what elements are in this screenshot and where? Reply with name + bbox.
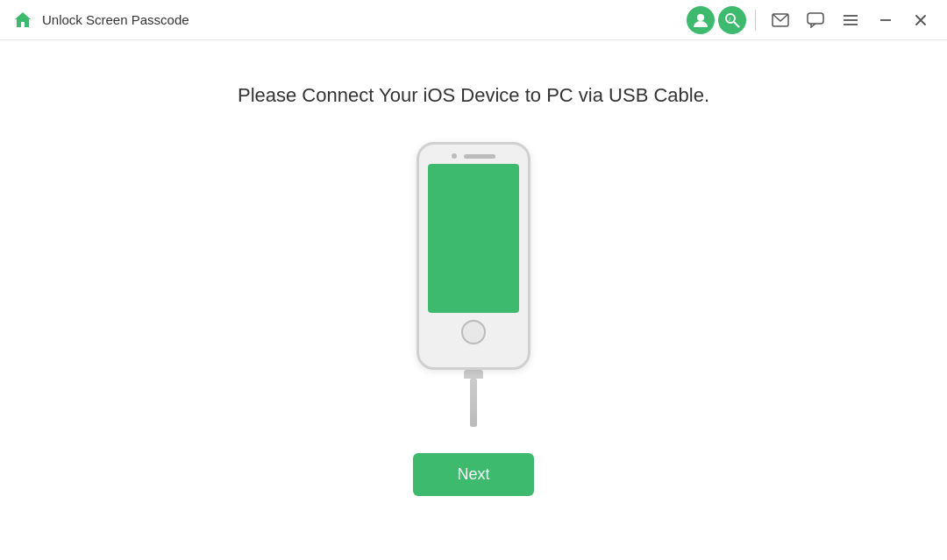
svg-point-1 — [697, 14, 704, 21]
phone-screen — [428, 164, 519, 313]
chat-icon-button[interactable] — [800, 6, 831, 34]
svg-rect-6 — [808, 13, 823, 24]
minimize-button[interactable] — [870, 6, 901, 34]
usb-cable — [464, 370, 483, 427]
phone-camera — [452, 153, 457, 159]
titlebar-title: Unlock Screen Passcode — [42, 12, 189, 27]
next-button[interactable]: Next — [413, 453, 533, 496]
phone-illustration — [417, 142, 530, 427]
search-music-icon-button[interactable]: ♪ — [718, 6, 746, 34]
profile-icon-button[interactable] — [687, 6, 715, 34]
titlebar-divider — [755, 10, 756, 31]
svg-marker-0 — [15, 12, 31, 27]
phone-body — [417, 142, 530, 370]
cable-connector — [464, 370, 483, 379]
main-content: Please Connect Your iOS Device to PC via… — [0, 40, 947, 560]
home-icon[interactable] — [11, 8, 35, 32]
titlebar: Unlock Screen Passcode ♪ — [0, 0, 947, 40]
phone-home-button — [461, 320, 486, 344]
phone-top-bar — [452, 153, 495, 159]
close-button[interactable] — [905, 6, 936, 34]
phone-speaker — [464, 154, 495, 159]
instruction-text: Please Connect Your iOS Device to PC via… — [238, 84, 709, 107]
menu-icon-button[interactable] — [835, 6, 866, 34]
cable-line — [470, 379, 477, 427]
titlebar-right: ♪ — [687, 6, 936, 34]
svg-text:♪: ♪ — [728, 15, 731, 23]
titlebar-left: Unlock Screen Passcode — [11, 8, 687, 32]
svg-line-3 — [734, 22, 739, 27]
mail-icon-button[interactable] — [765, 6, 796, 34]
